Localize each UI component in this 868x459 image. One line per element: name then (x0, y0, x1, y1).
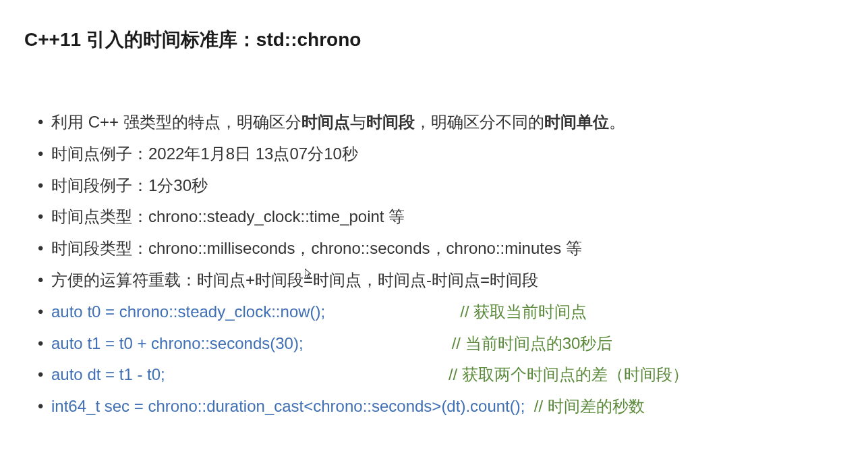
title-suffix: std::chrono (256, 29, 361, 50)
text-segment: 。 (609, 113, 625, 131)
list-item: 时间段类型：chrono::milliseconds，chrono::secon… (38, 233, 844, 265)
text-segment: 利用 C++ 强类型的特点，明确区分 (51, 113, 301, 131)
code-text: int64_t sec = chrono::duration_cast<chro… (51, 391, 525, 423)
code-padding (525, 391, 533, 423)
code-line: auto dt = t1 - t0; // 获取两个时间点的差（时间段） (51, 359, 844, 391)
code-text: auto dt = t1 - t0; (51, 359, 165, 391)
code-padding (325, 296, 460, 328)
text-segment: 与 (350, 113, 366, 131)
title-prefix: C++11 引入的时间标准库： (24, 29, 256, 50)
code-padding (303, 328, 452, 360)
bullet-list: 利用 C++ 强类型的特点，明确区分时间点与时间段，明确区分不同的时间单位。 时… (24, 107, 844, 423)
list-item: 时间点例子：2022年1月8日 13点07分10秒 (38, 138, 844, 170)
code-line: int64_t sec = chrono::duration_cast<chro… (51, 391, 844, 423)
bold-text: 时间点 (301, 113, 350, 131)
code-padding (165, 359, 449, 391)
bold-text: 时间单位 (544, 113, 609, 131)
list-item: auto dt = t1 - t0; // 获取两个时间点的差（时间段） (38, 359, 844, 391)
text-segment: ，明确区分不同的 (415, 113, 544, 131)
slide-title: C++11 引入的时间标准库：std::chrono (24, 27, 844, 53)
code-line: auto t0 = chrono::steady_clock::now(); /… (51, 296, 844, 328)
bold-text: 时间段 (366, 113, 415, 131)
list-item: 时间点类型：chrono::steady_clock::time_point 等 (38, 201, 844, 233)
code-comment: // 当前时间点的30秒后 (452, 328, 613, 360)
code-comment: // 获取当前时间点 (460, 296, 587, 328)
code-comment: // 时间差的秒数 (534, 391, 645, 423)
list-item: int64_t sec = chrono::duration_cast<chro… (38, 391, 844, 423)
code-text: auto t1 = t0 + chrono::seconds(30); (51, 328, 303, 360)
code-text: auto t0 = chrono::steady_clock::now(); (51, 296, 325, 328)
list-item: 利用 C++ 强类型的特点，明确区分时间点与时间段，明确区分不同的时间单位。 (38, 107, 844, 138)
list-item: auto t1 = t0 + chrono::seconds(30); // 当… (38, 328, 844, 360)
code-line: auto t1 = t0 + chrono::seconds(30); // 当… (51, 328, 844, 360)
list-item: auto t0 = chrono::steady_clock::now(); /… (38, 296, 844, 328)
list-item: 时间段例子：1分30秒 (38, 170, 844, 202)
code-comment: // 获取两个时间点的差（时间段） (449, 359, 689, 391)
list-item: 方便的运算符重载：时间点+时间段=时间点，时间点-时间点=时间段 (38, 265, 844, 296)
